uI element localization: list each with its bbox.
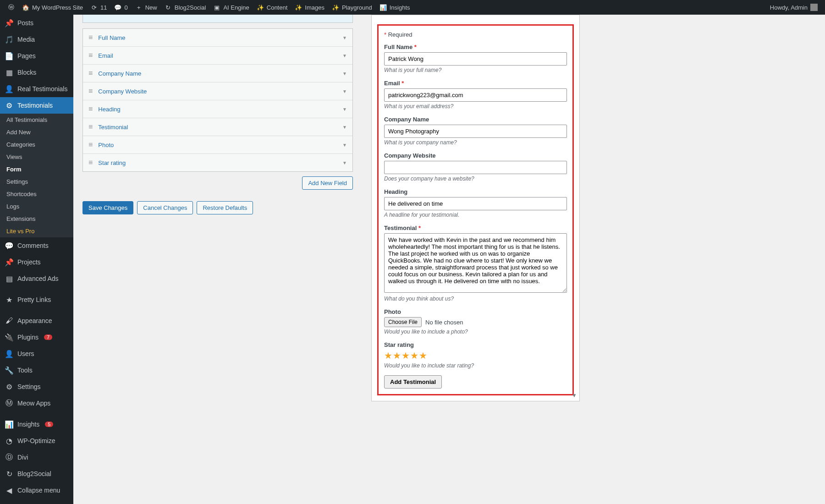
chevron-down-icon[interactable]: ▼ — [342, 89, 347, 94]
dashboard-icon: ⚙ — [5, 101, 14, 110]
wp-logo[interactable]: ⓦ — [4, 0, 18, 15]
full-name-input[interactable] — [384, 52, 567, 66]
chevron-down-icon[interactable]: ▼ — [342, 142, 347, 148]
ai-engine-link[interactable]: ▣AI Engine — [209, 0, 253, 15]
drag-handle-icon[interactable]: ≡ — [88, 141, 93, 149]
plugins-badge: 7 — [44, 334, 52, 340]
submenu-views[interactable]: Views — [0, 151, 73, 163]
comment-icon: 💬 — [5, 241, 14, 250]
menu-settings[interactable]: ⚙Settings — [0, 378, 73, 395]
star-rating-input[interactable]: ★★★★★ — [384, 350, 567, 361]
menu-pages[interactable]: 📄Pages — [0, 48, 73, 64]
content-link[interactable]: ✨Content — [253, 0, 292, 15]
submenu-lite-vs-pro[interactable]: Lite vs Pro — [0, 225, 73, 237]
submenu-add-new[interactable]: Add New — [0, 126, 73, 138]
add-new-field-button[interactable]: Add New Field — [302, 176, 353, 190]
choose-file-button[interactable]: Choose File — [384, 317, 422, 327]
drag-handle-icon[interactable]: ≡ — [88, 33, 93, 42]
menu-projects[interactable]: 📌Projects — [0, 254, 73, 270]
field-row-heading[interactable]: ≡Heading▼ — [83, 100, 352, 118]
testimonial-textarea[interactable] — [384, 233, 567, 293]
collapse-panel-icon[interactable]: ▼ — [572, 392, 577, 399]
submenu-logs[interactable]: Logs — [0, 200, 73, 213]
menu-posts[interactable]: 📌Posts — [0, 15, 73, 31]
menu-insights[interactable]: 📊Insights5 — [0, 416, 73, 433]
update-icon: ⟳ — [90, 4, 98, 11]
media-icon: 🎵 — [5, 35, 14, 44]
save-changes-button[interactable]: Save Changes — [82, 201, 133, 214]
add-testimonial-button[interactable]: Add Testimonial — [384, 375, 442, 389]
drag-handle-icon[interactable]: ≡ — [88, 123, 93, 131]
submenu-all-testimonials[interactable]: All Testimonials — [0, 114, 73, 126]
menu-pretty-links[interactable]: ★Pretty Links — [0, 291, 73, 308]
field-row-company-name[interactable]: ≡Company Name▼ — [83, 65, 352, 82]
drag-handle-icon[interactable]: ≡ — [88, 159, 93, 167]
menu-real-testimonials[interactable]: 👤Real Testimonials — [0, 81, 73, 97]
new-link[interactable]: +New — [132, 0, 161, 15]
blog2social-link[interactable]: ↻Blog2Social — [161, 0, 210, 15]
field-row-full-name[interactable]: ≡Full Name▼ — [83, 29, 352, 47]
updates-link[interactable]: ⟳11 — [87, 0, 110, 15]
chevron-down-icon[interactable]: ▼ — [342, 160, 347, 165]
submenu-form[interactable]: Form — [0, 163, 73, 175]
comments-count: 0 — [124, 4, 127, 11]
drag-handle-icon[interactable]: ≡ — [88, 51, 93, 60]
menu-wp-optimize[interactable]: ◔WP-Optimize — [0, 433, 73, 449]
heading-input[interactable] — [384, 197, 567, 210]
submenu-categories[interactable]: Categories — [0, 138, 73, 151]
insights-badge: 5 — [45, 422, 53, 427]
company-website-label: Company Website — [384, 152, 567, 159]
menu-divi[interactable]: ⒹDivi — [0, 449, 73, 466]
menu-comments[interactable]: 💬Comments — [0, 237, 73, 254]
menu-testimonials[interactable]: ⚙Testimonials — [0, 97, 73, 114]
howdy-user[interactable]: Howdy, Admin — [766, 0, 821, 15]
file-status: No file chosen — [425, 319, 463, 326]
share-icon: ↻ — [165, 4, 172, 11]
menu-advanced-ads[interactable]: ▤Advanced Ads — [0, 270, 73, 287]
field-row-photo[interactable]: ≡Photo▼ — [83, 136, 352, 154]
field-row-testimonial[interactable]: ≡Testimonial▼ — [83, 118, 352, 136]
company-name-help: What is your company name? — [384, 139, 567, 146]
cancel-changes-button[interactable]: Cancel Changes — [137, 201, 193, 214]
menu-media[interactable]: 🎵Media — [0, 31, 73, 48]
chevron-down-icon[interactable]: ▼ — [342, 53, 347, 58]
submenu-extensions[interactable]: Extensions — [0, 213, 73, 225]
menu-meow-apps[interactable]: ⓂMeow Apps — [0, 395, 73, 411]
playground-link[interactable]: ✨Playground — [328, 0, 376, 15]
email-label: Email * — [384, 80, 567, 87]
form-fields-list: ≡Full Name▼ ≡Email▼ ≡Company Name▼ ≡Comp… — [82, 28, 353, 172]
email-input[interactable] — [384, 88, 567, 102]
company-website-input[interactable] — [384, 161, 567, 174]
drag-handle-icon[interactable]: ≡ — [88, 87, 93, 95]
restore-defaults-button[interactable]: Restore Defaults — [197, 201, 253, 214]
field-row-email[interactable]: ≡Email▼ — [83, 47, 352, 65]
menu-tools[interactable]: 🔧Tools — [0, 362, 73, 378]
insights-link[interactable]: 📊Insights — [376, 0, 414, 15]
comments-link[interactable]: 💬0 — [110, 0, 131, 15]
chevron-down-icon[interactable]: ▼ — [342, 107, 347, 112]
menu-blog2social[interactable]: ↻Blog2Social — [0, 466, 73, 482]
chevron-down-icon[interactable]: ▼ — [342, 71, 347, 76]
chevron-down-icon[interactable]: ▼ — [342, 125, 347, 130]
field-row-company-website[interactable]: ≡Company Website▼ — [83, 82, 352, 100]
star-rating-help: Would you like to include star rating? — [384, 362, 567, 369]
submenu-settings[interactable]: Settings — [0, 175, 73, 188]
company-website-help: Does your company have a website? — [384, 175, 567, 182]
field-row-star-rating[interactable]: ≡Star rating▼ — [83, 154, 352, 171]
sparkle-icon: ✨ — [295, 4, 302, 11]
wrench-icon: 🔧 — [5, 366, 14, 375]
chevron-down-icon[interactable]: ▼ — [342, 35, 347, 40]
menu-blocks[interactable]: ▦Blocks — [0, 64, 73, 81]
site-name-link[interactable]: 🏠My WordPress Site — [18, 0, 87, 15]
sparkle-icon: ✨ — [332, 4, 339, 11]
submenu-shortcodes[interactable]: Shortcodes — [0, 188, 73, 200]
drag-handle-icon[interactable]: ≡ — [88, 69, 93, 77]
menu-plugins[interactable]: 🔌Plugins7 — [0, 329, 73, 345]
menu-users[interactable]: 👤Users — [0, 345, 73, 362]
company-name-input[interactable] — [384, 125, 567, 138]
drag-handle-icon[interactable]: ≡ — [88, 105, 93, 113]
menu-appearance[interactable]: 🖌Appearance — [0, 312, 73, 329]
testimonial-help: What do you think about us? — [384, 296, 567, 302]
images-link[interactable]: ✨Images — [291, 0, 328, 15]
collapse-menu[interactable]: ◀Collapse menu — [0, 482, 73, 499]
